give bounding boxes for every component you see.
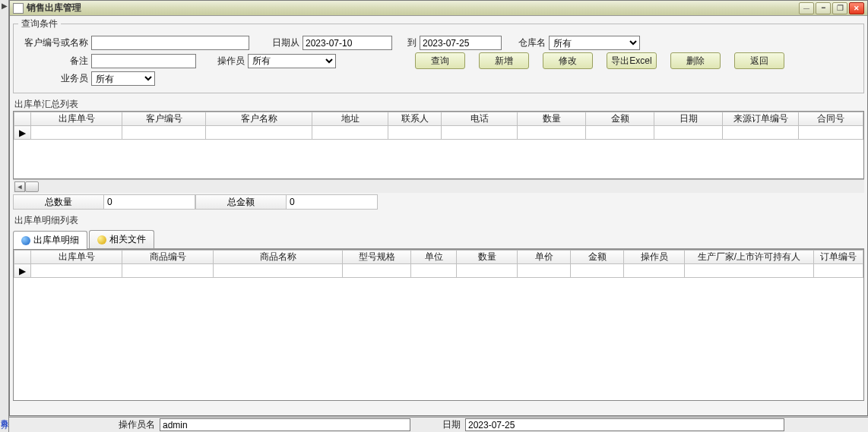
summary-table-container: 出库单号 客户编号 客户名称 地址 联系人 电话 数量 金额 日期 来源订单编号… (13, 111, 864, 179)
dcol-operator[interactable]: 操作员 (624, 251, 685, 264)
dcol-order-no[interactable]: 订单编号 (814, 251, 863, 264)
operator-label: 操作员 (213, 55, 245, 68)
row-selector-header[interactable] (14, 251, 31, 264)
summary-table: 出库单号 客户编号 客户名称 地址 联系人 电话 数量 金额 日期 来源订单编号… (14, 112, 863, 140)
status-date-label: 日期 (442, 418, 461, 431)
back-button[interactable]: 返回 (734, 52, 784, 69)
detail-header-row: 出库单号 商品编号 商品名称 型号规格 单位 数量 单价 金额 操作员 生产厂家… (14, 251, 863, 264)
summary-hscroll[interactable]: ◄ (13, 179, 864, 193)
detail-table-container: 出库单号 商品编号 商品名称 型号规格 单位 数量 单价 金额 操作员 生产厂家… (13, 249, 864, 401)
col-source-order[interactable]: 来源订单编号 (723, 112, 799, 126)
summary-header-row: 出库单号 客户编号 客户名称 地址 联系人 电话 数量 金额 日期 来源订单编号… (14, 112, 863, 126)
total-qty-value: 0 (104, 194, 195, 210)
scroll-left-icon[interactable]: ◄ (14, 181, 25, 192)
minimize-button[interactable] (816, 2, 831, 14)
left-strip: ▶ (0, 0, 9, 432)
dcol-outbound-no[interactable]: 出库单号 (31, 251, 122, 264)
dcol-price[interactable]: 单价 (518, 251, 571, 264)
date-to-input[interactable] (420, 36, 502, 50)
caret-right-icon: ▶ (2, 2, 8, 10)
dcol-amount[interactable]: 金额 (571, 251, 624, 264)
export-button[interactable]: 导出Excel (607, 52, 657, 69)
warehouse-label: 仓库名 (514, 36, 546, 49)
scroll-thumb[interactable] (25, 181, 39, 192)
summary-title: 出库单汇总列表 (10, 96, 867, 111)
col-customer-no[interactable]: 客户编号 (122, 112, 206, 126)
row-indicator-icon: ▶ (14, 126, 31, 140)
tab-files[interactable]: 相关文件 (89, 230, 154, 248)
status-date-value (465, 418, 784, 431)
tab-files-label: 相关文件 (109, 233, 146, 246)
app-window: 销售出库管理 查询条件 客户编号或名称 日期从 到 仓库名 所有 (9, 0, 868, 416)
line-button[interactable] (799, 2, 814, 14)
customer-input[interactable] (91, 36, 249, 50)
dcol-manufacturer[interactable]: 生产厂家/上市许可持有人 (685, 251, 814, 264)
dcol-product-no[interactable]: 商品编号 (122, 251, 214, 264)
col-customer-name[interactable]: 客户名称 (206, 112, 312, 126)
date-to-label: 到 (404, 36, 417, 49)
remark-input[interactable] (91, 54, 196, 68)
col-phone[interactable]: 电话 (442, 112, 518, 126)
detail-table: 出库单号 商品编号 商品名称 型号规格 单位 数量 单价 金额 操作员 生产厂家… (14, 250, 863, 278)
app-icon (13, 3, 24, 14)
globe-icon (21, 236, 30, 245)
salesman-select[interactable]: 所有 (91, 71, 155, 86)
query-legend: 查询条件 (18, 17, 61, 30)
col-address[interactable]: 地址 (312, 112, 388, 126)
dcol-unit[interactable]: 单位 (411, 251, 457, 264)
detail-tabs: 出库单明细 相关文件 (13, 230, 864, 249)
window-title: 销售出库管理 (27, 2, 797, 14)
close-button[interactable] (849, 2, 864, 14)
col-amount[interactable]: 金额 (586, 112, 654, 126)
edit-button[interactable]: 修改 (543, 52, 593, 69)
date-from-input[interactable] (303, 36, 392, 50)
tab-detail-label: 出库单明细 (33, 234, 79, 247)
total-qty-label: 总数量 (13, 194, 104, 210)
titlebar: 销售出库管理 (10, 1, 867, 16)
query-button[interactable]: 查询 (415, 52, 465, 69)
operator-select[interactable]: 所有 (248, 54, 336, 68)
status-operator-label: 操作员名 (119, 418, 155, 431)
customer-label: 客户编号或名称 (18, 36, 88, 49)
status-operator-value (160, 418, 410, 431)
query-fieldset: 查询条件 客户编号或名称 日期从 到 仓库名 所有 备注 (13, 17, 864, 93)
row-selector-header[interactable] (14, 112, 31, 126)
warehouse-select[interactable]: 所有 (549, 36, 640, 50)
date-from-label: 日期从 (268, 36, 299, 49)
total-amt-label: 总金额 (195, 194, 287, 210)
row-indicator-icon: ▶ (14, 264, 31, 278)
box-icon (97, 235, 106, 244)
table-row[interactable]: ▶ (14, 264, 863, 278)
restore-button[interactable] (832, 2, 847, 14)
col-contract[interactable]: 合同号 (799, 112, 863, 126)
col-qty[interactable]: 数量 (518, 112, 586, 126)
add-button[interactable]: 新增 (479, 52, 529, 69)
dcol-spec[interactable]: 型号规格 (343, 251, 411, 264)
table-row[interactable]: ▶ (14, 126, 863, 140)
totals-row: 总数量 0 总金额 0 (13, 194, 864, 210)
col-contact[interactable]: 联系人 (388, 112, 442, 126)
salesman-label: 业务员 (18, 72, 88, 85)
remark-label: 备注 (18, 55, 88, 68)
col-date[interactable]: 日期 (654, 112, 723, 126)
statusbar: 操作员名 日期 (9, 417, 868, 432)
tab-detail[interactable]: 出库单明细 (13, 231, 87, 249)
delete-button[interactable]: 删除 (670, 52, 721, 69)
total-amt-value: 0 (287, 194, 378, 210)
dcol-qty[interactable]: 数量 (457, 251, 518, 264)
col-outbound-no[interactable]: 出库单号 (31, 112, 122, 126)
detail-title: 出库单明细列表 (10, 213, 867, 227)
dcol-product-name[interactable]: 商品名称 (214, 251, 343, 264)
